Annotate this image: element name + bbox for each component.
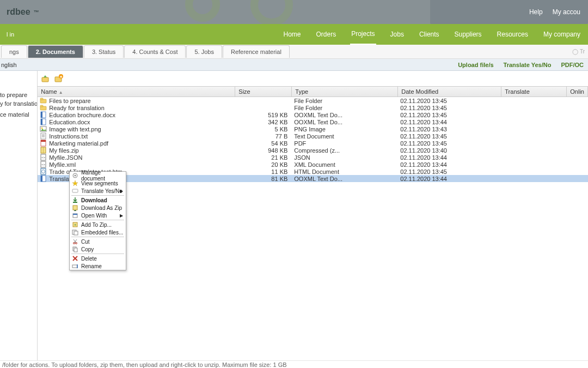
submenu-arrow-icon: ▶ [120, 213, 123, 218]
ctx-translate-yes-no[interactable]: Translate Yes/No▶ [70, 187, 126, 195]
file-date: 02.11.2020 13:44 [398, 154, 501, 161]
tab-1[interactable]: 2. Documents [28, 45, 83, 58]
file-size: 20 KB [235, 161, 292, 168]
file-row[interactable]: Files to prepareFile Folder02.11.2020 13… [38, 97, 588, 104]
help-link[interactable]: Help [529, 8, 543, 16]
svg-rect-9 [41, 112, 42, 118]
nav-left-text: l in [7, 31, 14, 38]
file-size: 11 KB [235, 168, 292, 175]
file-row[interactable]: <>Myfile.xml20 KBXML Document02.11.2020 … [38, 161, 588, 168]
sidebar-item[interactable]: y for translation [0, 99, 35, 108]
file-type: Compressed (z... [292, 147, 398, 154]
file-date: 02.11.2020 13:45 [398, 168, 501, 175]
col-translate[interactable]: Translate [501, 87, 567, 96]
ctx-download-as-zip[interactable]: Download As Zip [70, 204, 126, 212]
ctx-open-with[interactable]: Open With▶ [70, 212, 126, 219]
menu-icon [72, 255, 78, 262]
menu-icon [72, 238, 78, 245]
tab-4[interactable]: 5. Jobs [186, 45, 222, 58]
tab-3[interactable]: 4. Counts & Cost [124, 45, 186, 58]
svg-rect-20 [41, 147, 46, 153]
file-row[interactable]: My files.zip948 KBCompressed (z...02.11.… [38, 147, 588, 154]
file-type: XML Document [292, 161, 398, 168]
file-row[interactable]: Instructions.txt77 BText Document02.11.2… [38, 132, 588, 140]
file-name: Files to prepare [49, 98, 90, 104]
col-size[interactable]: Size [235, 87, 292, 96]
action-pdf-oc[interactable]: PDF/OC [561, 62, 584, 68]
ctx-download[interactable]: Download [70, 196, 126, 204]
svg-text:★: ★ [59, 75, 63, 79]
sidebar-item[interactable]: ce material [0, 110, 35, 119]
ctx-copy[interactable]: Copy [70, 245, 126, 253]
file-name: Education brochure.docx [49, 112, 115, 118]
ctx-delete[interactable]: Delete [70, 255, 126, 262]
svg-rect-32 [72, 189, 78, 192]
docx-icon [40, 175, 47, 182]
ctx-label: Translate Yes/No [81, 188, 122, 194]
nav-jobs[interactable]: Jobs [389, 24, 405, 45]
nav-projects[interactable]: Projects [350, 24, 376, 45]
sidebar-item[interactable]: to prepare [0, 91, 35, 99]
brand-text: rdbee [7, 7, 30, 17]
svg-rect-33 [73, 202, 77, 203]
ctx-cut[interactable]: Cut [70, 238, 126, 245]
ctx-embedded-files-[interactable]: Embedded files... [70, 228, 126, 236]
file-name: Myfile.xml [49, 161, 76, 168]
ctx-label: View segments [81, 180, 118, 186]
nav-resources[interactable]: Resources [496, 24, 529, 45]
menu-icon [72, 229, 78, 236]
col-date[interactable]: Date Modified [398, 87, 501, 96]
nav-home[interactable]: Home [282, 24, 302, 45]
tab-0[interactable]: ngs [1, 45, 27, 58]
submenu-arrow-icon: ▶ [120, 189, 123, 194]
tab-2[interactable]: 3. Status [84, 45, 124, 58]
action-upload-file-s[interactable]: Upload file/s [458, 62, 493, 68]
txt-icon [40, 132, 47, 140]
file-row[interactable]: Education brochure.docx519 KBOOXML Text … [38, 111, 588, 118]
menu-icon [72, 246, 78, 252]
tabsbar-trailing: ◯ Tr [572, 49, 585, 55]
file-row[interactable]: Education.docx342 KBOOXML Text Do...02.1… [38, 118, 588, 125]
ctx-manage-document[interactable]: Manage document [70, 172, 126, 179]
file-size: 81 KB [235, 176, 292, 182]
file-row[interactable]: Marketing material.pdf54 KBPDF02.11.2020… [38, 140, 588, 147]
action-translate-yes-no[interactable]: Translate Yes/No [504, 62, 552, 68]
grid-header: Name ▲ Size Type Date Modified Translate… [38, 86, 588, 97]
file-date: 02.11.2020 13:45 [398, 98, 501, 104]
file-size: 519 KB [235, 112, 292, 118]
docx-icon [40, 118, 47, 125]
nav-orders[interactable]: Orders [315, 24, 337, 45]
svg-rect-19 [41, 140, 46, 142]
svg-rect-11 [41, 119, 42, 125]
file-row[interactable]: Ready for translationFile Folder02.11.20… [38, 104, 588, 111]
nav-my-company[interactable]: My company [542, 24, 581, 45]
file-row[interactable]: <>Myfile.JSON21 KBJSON02.11.2020 13:44 [38, 154, 588, 161]
nav-clients[interactable]: Clients [418, 24, 440, 45]
file-size: 342 KB [235, 119, 292, 125]
ctx-add-to-zip-[interactable]: +Add To Zip... [70, 221, 126, 228]
ctx-rename[interactable]: Rename [70, 262, 126, 270]
file-date: 02.11.2020 13:45 [398, 133, 501, 140]
ctx-view-segments[interactable]: View segments [70, 179, 126, 187]
file-row[interactable]: Image with text.png5 KBPNG Image02.11.20… [38, 125, 588, 132]
file-type: JSON [292, 154, 398, 161]
file-size: 21 KB [235, 154, 292, 161]
navbar: l in HomeOrdersProjectsJobsClientsSuppli… [0, 24, 588, 45]
up-folder-icon[interactable] [41, 74, 51, 83]
col-type[interactable]: Type [292, 87, 398, 96]
ctx-label: Cut [81, 239, 90, 245]
col-online[interactable]: Onlin [567, 87, 588, 96]
context-menu: Manage documentView segmentsTranslate Ye… [69, 171, 126, 270]
brand: rdbee™ [7, 7, 39, 17]
xml-icon: <> [40, 161, 47, 168]
nav-suppliers[interactable]: Suppliers [454, 24, 483, 45]
tab-5[interactable]: Reference material [223, 45, 290, 58]
menu-icon [72, 197, 78, 203]
file-size: 948 KB [235, 147, 292, 154]
new-folder-icon[interactable]: ★ [54, 74, 64, 83]
ctx-label: Download [81, 197, 107, 203]
footer-hint: /folder for actions. To upload folders, … [0, 360, 588, 368]
account-link[interactable]: My accou [553, 8, 580, 16]
file-type: File Folder [292, 105, 398, 111]
file-size: 54 KB [235, 140, 292, 147]
